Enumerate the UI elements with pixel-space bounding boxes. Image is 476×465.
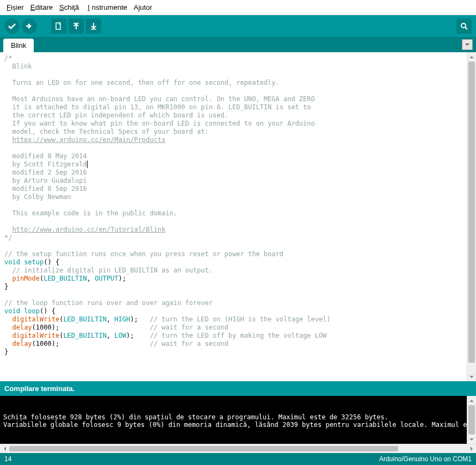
code-kw: void: [4, 307, 20, 315]
code-const: HIGH: [114, 315, 130, 323]
code-line: [4, 136, 12, 144]
menu-edit[interactable]: Editare: [28, 2, 55, 13]
code-line: This example code is in the public domai…: [4, 209, 177, 217]
bottom-status-bar: 14 Arduino/Genuino Uno on COM1: [0, 453, 476, 465]
menu-sketch[interactable]: Schiţă: [57, 2, 81, 13]
code-text: }: [4, 283, 8, 290]
code-line: by Colby Newman: [4, 193, 71, 201]
code-fn: loop: [24, 307, 40, 315]
scroll-track[interactable]: [9, 444, 467, 453]
scroll-thumb[interactable]: [9, 446, 398, 451]
code-line: by Arturo Guadalupi: [4, 177, 87, 184]
menu-tools[interactable]: Instrumente: [83, 2, 129, 13]
console-line: Schița folosește 928 bytes (2%) din spaț…: [3, 413, 388, 421]
board-port-label: Arduino/Genuino Uno on COM1: [379, 455, 472, 463]
compile-status-bar: Compilare terminata.: [0, 381, 476, 396]
code-fn: delay: [12, 340, 32, 348]
code-line: If you want to know what pin the on-boar…: [4, 120, 315, 127]
code-fn: delay: [12, 324, 32, 331]
svg-rect-1: [73, 23, 79, 24]
svg-rect-2: [91, 29, 96, 30]
menu-help[interactable]: Ajutor: [132, 2, 154, 13]
code-line: // the setup function runs once when you…: [4, 250, 283, 258]
code-line: /*: [4, 54, 12, 62]
console-scrollbar-vertical[interactable]: [467, 396, 476, 444]
code-comment: // turn the LED off by making the voltag…: [150, 332, 326, 339]
serial-monitor-button[interactable]: [456, 18, 472, 34]
upload-button[interactable]: [22, 18, 37, 34]
scroll-right-icon[interactable]: [467, 444, 476, 454]
console-line: Variabilele globale folosesc 9 bytes (0%…: [3, 421, 467, 429]
open-button[interactable]: [69, 18, 84, 34]
scroll-track[interactable]: [467, 61, 476, 372]
tab-menu-dropdown[interactable]: [462, 39, 473, 50]
scroll-thumb[interactable]: [468, 61, 475, 363]
scroll-up-icon[interactable]: [467, 396, 476, 405]
verify-button[interactable]: [4, 18, 20, 34]
compile-status-text: Compilare terminata.: [4, 385, 75, 393]
svg-point-3: [461, 23, 466, 28]
code-comment: // wait for a second: [150, 324, 228, 331]
scroll-left-icon[interactable]: [0, 444, 9, 454]
toolbar: [0, 15, 476, 37]
code-const: LED_BUILTIN: [63, 315, 106, 323]
code-link[interactable]: https://www.arduino.cc/en/Main/Products: [12, 136, 165, 144]
code-const: LED_BUILTIN: [63, 332, 106, 339]
code-line: modified 8 May 2014: [4, 152, 87, 160]
tab-blink[interactable]: Blink: [3, 39, 34, 52]
code-line: // the loop function runs over and over …: [4, 299, 213, 307]
console-scrollbar-horizontal[interactable]: [0, 444, 476, 453]
code-line: [4, 226, 12, 233]
code-text: }: [4, 348, 8, 356]
console-output[interactable]: Schița folosește 928 bytes (2%) din spaț…: [0, 396, 467, 444]
code-const: LOW: [114, 332, 126, 339]
save-button[interactable]: [86, 18, 101, 34]
code-text: () {: [44, 258, 59, 266]
tabbar: Blink: [0, 37, 476, 52]
code-area[interactable]: /* Blink Turns an LED on for one second,…: [0, 52, 467, 381]
code-editor[interactable]: /* Blink Turns an LED on for one second,…: [0, 52, 476, 381]
console-panel: Schița folosește 928 bytes (2%) din spaț…: [0, 396, 476, 453]
line-number: 14: [4, 455, 11, 463]
code-const: OUTPUT: [95, 275, 118, 282]
code-comment: // turn the LED on (HIGH is the voltage …: [150, 315, 330, 323]
code-fn: digitalWrite: [12, 332, 59, 339]
code-link[interactable]: http://www.arduino.cc/en/Tutorial/Blink: [12, 226, 165, 233]
new-button[interactable]: [51, 18, 66, 34]
code-line: modified 2 Sep 2016: [4, 169, 87, 176]
code-line: the correct LED pin independent of which…: [4, 111, 228, 119]
code-kw: void: [4, 258, 20, 266]
scroll-up-icon[interactable]: [467, 52, 476, 61]
code-line: it is attached to digital pin 13, on MKR…: [4, 103, 311, 111]
code-line: Most Arduinos have an on-board LED you c…: [4, 95, 315, 103]
svg-rect-0: [56, 23, 60, 29]
code-fn: setup: [24, 258, 44, 266]
menubar: Fișier Editare Schiţă Instrumente Ajutor: [0, 0, 476, 15]
code-fn: pinMode: [12, 275, 40, 282]
code-line: Blink: [4, 63, 32, 70]
code-line: model, check the Technical Specs of your…: [4, 128, 209, 135]
code-line: modified 8 Sep 2016: [4, 185, 87, 193]
scroll-down-icon[interactable]: [467, 435, 476, 444]
scroll-thumb[interactable]: [468, 405, 475, 435]
code-const: LED_BUILTIN: [44, 275, 86, 282]
code-line: by Scott Fitzgerald: [4, 160, 87, 168]
scroll-track[interactable]: [467, 405, 476, 435]
menu-file[interactable]: Fișier: [4, 2, 26, 13]
code-line: // initialize digital pin LED_BUILTIN as…: [4, 266, 213, 274]
code-line: Turns an LED on for one second, then off…: [4, 79, 280, 86]
code-fn: digitalWrite: [12, 315, 59, 323]
editor-scrollbar-vertical[interactable]: [467, 52, 476, 381]
code-comment: // wait for a second: [150, 340, 228, 348]
code-line: */: [4, 234, 12, 241]
scroll-down-icon[interactable]: [467, 372, 476, 381]
